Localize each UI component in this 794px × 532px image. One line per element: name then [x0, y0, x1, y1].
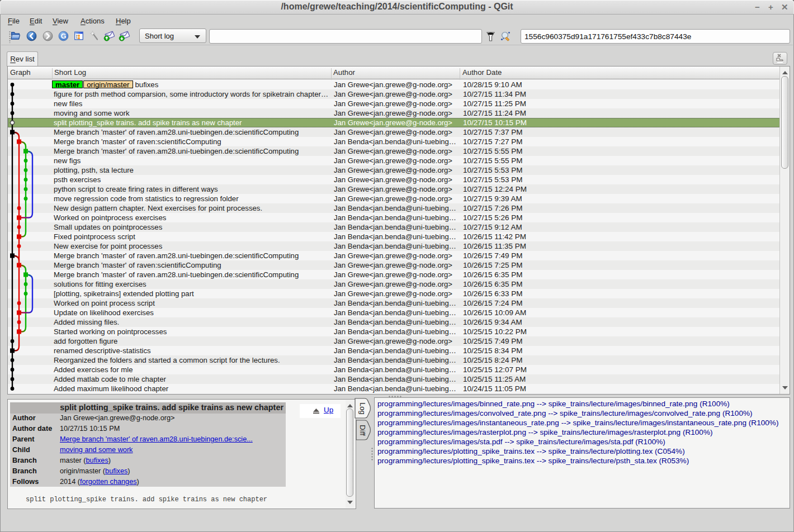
svg-text:G: G — [61, 32, 67, 40]
svg-text:Diff: Diff — [358, 425, 367, 436]
svg-text:Log: Log — [358, 402, 367, 415]
